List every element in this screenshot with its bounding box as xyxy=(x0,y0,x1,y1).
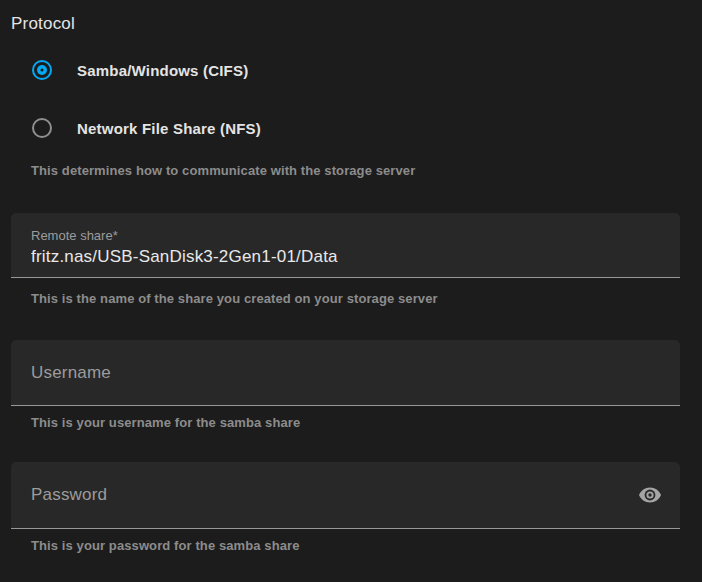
radio-option-samba-cifs[interactable]: Samba/Windows (CIFS) xyxy=(32,58,248,82)
network-storage-form: Protocol Samba/Windows (CIFS) Network Fi… xyxy=(0,0,702,582)
radio-option-samba-cifs-label: Samba/Windows (CIFS) xyxy=(77,62,248,79)
radio-unselected-icon[interactable] xyxy=(32,118,52,138)
radio-selected-icon[interactable] xyxy=(32,60,52,80)
eye-icon xyxy=(638,483,662,507)
protocol-helper-text: This determines how to communicate with … xyxy=(31,163,415,178)
password-visibility-toggle[interactable] xyxy=(636,481,664,509)
remote-share-helper-text: This is the name of the share you create… xyxy=(31,291,438,306)
username-input[interactable] xyxy=(11,340,680,405)
username-helper-text: This is your username for the samba shar… xyxy=(31,415,300,430)
remote-share-label: Remote share* xyxy=(31,228,118,243)
remote-share-input[interactable] xyxy=(31,245,651,269)
protocol-group-label: Protocol xyxy=(11,14,75,34)
radio-option-nfs[interactable]: Network File Share (NFS) xyxy=(32,116,261,140)
radio-option-nfs-label: Network File Share (NFS) xyxy=(77,120,261,137)
password-input[interactable] xyxy=(11,462,680,528)
password-helper-text: This is your password for the samba shar… xyxy=(31,538,300,553)
radio-dot xyxy=(37,65,47,75)
remote-share-field[interactable]: Remote share* xyxy=(11,213,680,278)
password-field[interactable] xyxy=(11,462,680,529)
username-field[interactable] xyxy=(11,340,680,406)
